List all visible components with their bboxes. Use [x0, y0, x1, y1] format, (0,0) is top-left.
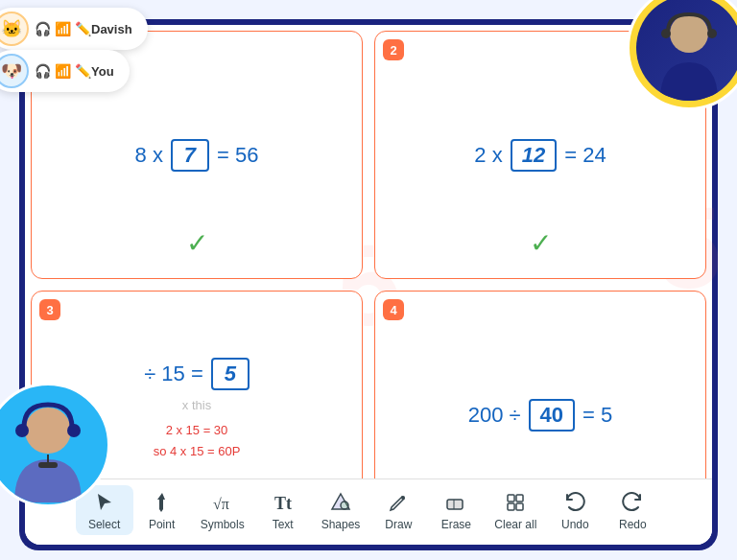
card-number-2: 2 [383, 39, 404, 60]
math-expr-4: 200 ÷ 40 = 5 [468, 399, 613, 432]
pen-icon-you: ✏️ [75, 63, 91, 79]
you-icons: 🎧 📶 ✏️ [35, 63, 91, 79]
answer-box-1[interactable]: 7 [171, 139, 209, 172]
text-label: Text [273, 518, 294, 531]
toolbar: Select Point √π Symbols [25, 478, 712, 545]
symbols-icon: √π [211, 489, 234, 516]
svg-point-3 [401, 496, 405, 500]
redo-tool[interactable]: Redo [604, 485, 661, 535]
expr-text-1: 8 x [135, 143, 163, 168]
svg-rect-6 [508, 495, 514, 502]
svg-text:Tt: Tt [274, 494, 292, 513]
svg-point-10 [670, 14, 708, 53]
svg-point-12 [707, 29, 717, 38]
cursor-icon [93, 489, 116, 516]
pen-icon-davish: ✏️ [75, 21, 91, 36]
erase-tool[interactable]: Erase [427, 485, 485, 535]
draw-icon [387, 489, 410, 516]
svg-rect-4 [447, 500, 463, 509]
result-text-2: = 24 [564, 143, 606, 168]
svg-point-15 [67, 424, 81, 437]
result-text-4: = 5 [582, 403, 612, 428]
draw-tool[interactable]: Draw [369, 485, 427, 535]
expr-text-4: 200 ÷ [468, 403, 521, 428]
redo-label: Redo [619, 518, 647, 531]
clearall-icon [504, 489, 527, 516]
you-avatar-circle: 🐶 [0, 54, 29, 88]
hint-math-3: 2 x 15 = 30so 4 x 15 = 60P [154, 420, 241, 462]
teacher-avatar-inner [636, 0, 737, 101]
svg-point-13 [25, 408, 71, 454]
draw-label: Draw [385, 518, 412, 531]
expr-text-2: 2 x [474, 143, 502, 168]
card-number-4: 4 [383, 299, 404, 320]
svg-text:√π: √π [213, 496, 229, 512]
undo-tool[interactable]: Undo [546, 485, 604, 535]
svg-point-2 [341, 502, 348, 509]
shapes-label: Shapes [321, 518, 361, 531]
answer-box-4[interactable]: 40 [529, 399, 575, 432]
you-name: You [91, 64, 114, 79]
undo-icon [563, 489, 586, 516]
davish-avatar-circle: 🐱 [0, 12, 29, 46]
hint-label-3: x this [182, 398, 211, 412]
avatar-you: 🐶 🎧 📶 ✏️ You [0, 50, 130, 92]
shapes-icon [329, 489, 352, 516]
select-label: Select [88, 518, 120, 531]
answer-box-3[interactable]: 5 [211, 358, 250, 390]
redo-icon [621, 489, 644, 516]
svg-point-14 [15, 424, 29, 437]
point-tool[interactable]: Point [133, 485, 191, 535]
expr-text-3: ÷ 15 = [144, 362, 203, 386]
avatar-davish: 🐱 🎧 📶 ✏️ Davish [0, 8, 148, 50]
davish-name: Davish [91, 22, 132, 36]
svg-rect-9 [516, 503, 523, 510]
shapes-tool[interactable]: Shapes [312, 485, 370, 535]
whiteboard: 5 5 1 8 x 7 = 56 ✓ 2 2 x 12 = 24 ✓ 3 [25, 25, 712, 545]
erase-label: Erase [441, 518, 471, 531]
undo-label: Undo [561, 518, 589, 531]
card-number-3: 3 [39, 299, 60, 320]
math-expr-1: 8 x 7 = 56 [135, 139, 259, 172]
math-expr-2: 2 x 12 = 24 [474, 139, 606, 172]
symbols-label: Symbols [201, 518, 245, 531]
svg-rect-7 [516, 495, 523, 502]
headphone-icon-you: 🎧 [35, 63, 51, 79]
symbols-tool[interactable]: √π Symbols [191, 485, 254, 535]
headphone-icon-davish: 🎧 [35, 21, 51, 36]
point-label: Point [149, 518, 175, 531]
wifi-icon-you: 📶 [55, 63, 71, 79]
math-expr-3: ÷ 15 = 5 [144, 358, 250, 390]
erase-icon [444, 489, 467, 516]
point-icon [151, 489, 174, 516]
svg-rect-17 [38, 462, 58, 468]
result-text-1: = 56 [217, 143, 258, 168]
checkmark-1: ✓ [186, 227, 208, 259]
text-icon: Tt [272, 489, 295, 516]
svg-rect-8 [508, 503, 514, 510]
davish-icons: 🎧 📶 ✏️ [35, 21, 91, 36]
wifi-icon-davish: 📶 [55, 21, 71, 36]
text-tool[interactable]: Tt Text [254, 485, 312, 535]
main-container: 5 5 1 8 x 7 = 56 ✓ 2 2 x 12 = 24 ✓ 3 [19, 19, 718, 550]
clear-all-tool[interactable]: Clear all [485, 485, 546, 535]
checkmark-2: ✓ [530, 227, 552, 259]
clearall-label: Clear all [494, 518, 536, 531]
answer-box-2[interactable]: 12 [511, 139, 557, 172]
svg-point-11 [661, 29, 671, 38]
